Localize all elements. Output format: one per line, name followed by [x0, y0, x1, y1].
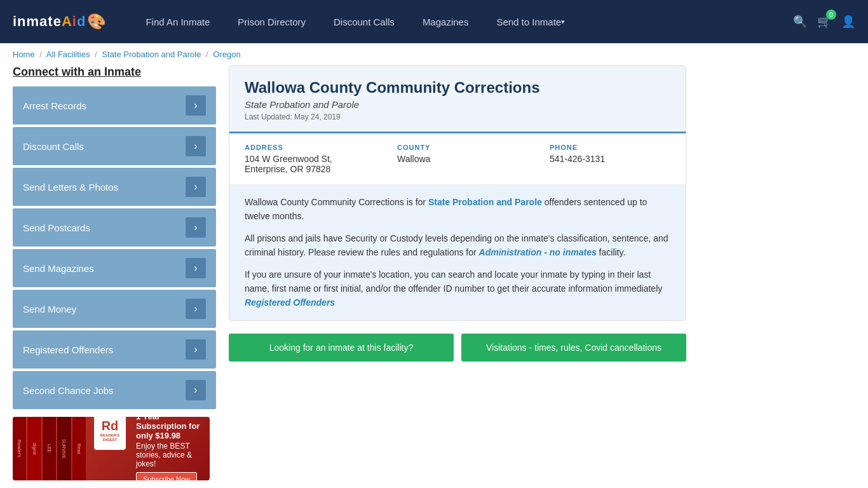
desc-para-1: Wallowa County Community Corrections is …: [245, 195, 670, 224]
action-buttons: Looking for an inmate at this facility? …: [229, 321, 686, 362]
sidebar-item-arrest-records[interactable]: Arrest Records ›: [13, 86, 216, 125]
site-header: inmateAid 🎨 Find An Inmate Prison Direct…: [0, 0, 868, 43]
registered-offenders-link[interactable]: Registered Offenders: [245, 297, 335, 308]
breadcrumb-home[interactable]: Home: [13, 50, 35, 59]
address-value: 104 W Greenwood St, Enterprise, OR 97828: [245, 154, 372, 174]
sidebar-item-label: Send Letters & Photos: [23, 182, 118, 193]
breadcrumb-sep-1: /: [39, 50, 42, 59]
logo-icon: 🎨: [87, 13, 106, 30]
sidebar-item-send-letters-photos[interactable]: Send Letters & Photos ›: [13, 168, 216, 206]
facility-header: Wallowa County Community Corrections Sta…: [229, 66, 686, 133]
county-label: COUNTY: [397, 144, 524, 151]
sidebar-item-second-chance-jobs[interactable]: Second Chance Jobs ›: [13, 371, 216, 409]
nav-magazines[interactable]: Magazines: [409, 0, 483, 43]
arrow-icon: ›: [186, 258, 206, 278]
nav-find-inmate[interactable]: Find An Inmate: [132, 0, 224, 43]
phone-col: PHONE 541-426-3131: [550, 144, 677, 174]
facility-details: ADDRESS 104 W Greenwood St, Enterprise, …: [229, 133, 686, 185]
arrow-icon: ›: [186, 177, 206, 197]
visitations-btn[interactable]: Visitations - times, rules, Covid cancel…: [461, 334, 686, 362]
logo-text: inmateAid: [13, 13, 86, 30]
header-icons: 🔍 🛒 0 👤: [793, 15, 855, 29]
sidebar-item-label: Send Postcards: [23, 222, 90, 233]
ad-text: 1 Year Subscription for only $19.98 Enjo…: [136, 417, 205, 480]
nav-send-to-inmate[interactable]: Send to Inmate: [482, 0, 579, 43]
cart-icon[interactable]: 🛒 0: [817, 15, 831, 29]
main-layout: Connect with an Inmate Arrest Records › …: [0, 65, 699, 488]
arrow-icon: ›: [186, 217, 206, 238]
facility-card: Wallowa County Community Corrections Sta…: [229, 65, 686, 321]
facility-type: State Probation and Parole: [245, 99, 670, 110]
sidebar-item-label: Registered Offenders: [23, 344, 113, 355]
sidebar-item-label: Discount Calls: [23, 141, 84, 152]
ad-logo: Rd READER'S DIGEST: [94, 417, 126, 450]
sidebar-item-label: Second Chance Jobs: [23, 385, 114, 396]
sidebar-item-label: Arrest Records: [23, 100, 86, 111]
search-icon[interactable]: 🔍: [793, 15, 807, 29]
sidebar-item-send-magazines[interactable]: Send Magazines ›: [13, 249, 216, 287]
breadcrumb-oregon[interactable]: Oregon: [213, 50, 240, 59]
cart-badge: 0: [826, 10, 836, 20]
county-col: COUNTY Wallowa: [397, 144, 524, 174]
ad-logo-sub: READER'S DIGEST: [94, 433, 126, 442]
state-probation-link[interactable]: State Probation and Parole: [428, 197, 542, 207]
sidebar-item-send-postcards[interactable]: Send Postcards ›: [13, 208, 216, 247]
ad-logo-abbr: Rd: [102, 419, 119, 433]
ad-tagline: Enjoy the BEST stories, advice & jokes!: [136, 442, 205, 468]
ad-banner[interactable]: Reader's digest LEE SURVIVE Read Rd READ…: [13, 417, 210, 480]
ad-subscribe-btn[interactable]: Subscribe Now: [136, 472, 197, 481]
main-nav: Find An Inmate Prison Directory Discount…: [132, 0, 793, 43]
nav-prison-directory[interactable]: Prison Directory: [224, 0, 320, 43]
address-col: ADDRESS 104 W Greenwood St, Enterprise, …: [245, 144, 372, 174]
user-icon[interactable]: 👤: [841, 15, 855, 29]
phone-value: 541-426-3131: [550, 154, 677, 164]
breadcrumb-sep-3: /: [206, 50, 208, 59]
desc-para-2: All prisons and jails have Security or C…: [245, 231, 670, 260]
phone-label: PHONE: [550, 144, 677, 151]
administration-link[interactable]: Administration - no inmates: [479, 247, 597, 257]
facility-name: Wallowa County Community Corrections: [245, 79, 670, 97]
address-label: ADDRESS: [245, 144, 372, 151]
nav-discount-calls[interactable]: Discount Calls: [320, 0, 409, 43]
breadcrumb: Home / All Facilities / State Probation …: [0, 43, 868, 65]
sidebar-item-discount-calls[interactable]: Discount Calls ›: [13, 127, 216, 165]
sidebar-item-registered-offenders[interactable]: Registered Offenders ›: [13, 330, 216, 369]
arrow-icon: ›: [186, 380, 206, 400]
breadcrumb-state-probation[interactable]: State Probation and Parole: [102, 50, 201, 59]
content-area: Wallowa County Community Corrections Sta…: [229, 65, 686, 480]
sidebar-title: Connect with an Inmate: [13, 65, 216, 79]
breadcrumb-sep-2: /: [95, 50, 97, 59]
ad-headline: 1 Year Subscription for only $19.98: [136, 417, 205, 440]
logo[interactable]: inmateAid 🎨: [13, 13, 106, 30]
breadcrumb-all-facilities[interactable]: All Facilities: [46, 50, 90, 59]
sidebar-item-send-money[interactable]: Send Money ›: [13, 290, 216, 328]
county-value: Wallowa: [397, 154, 524, 164]
find-inmate-btn[interactable]: Looking for an inmate at this facility?: [229, 334, 454, 362]
arrow-icon: ›: [186, 299, 206, 319]
arrow-icon: ›: [186, 95, 206, 116]
sidebar: Connect with an Inmate Arrest Records › …: [13, 65, 216, 480]
sidebar-item-label: Send Magazines: [23, 263, 94, 274]
facility-description: Wallowa County Community Corrections is …: [229, 185, 686, 320]
arrow-icon: ›: [186, 339, 206, 360]
sidebar-item-label: Send Money: [23, 304, 76, 315]
arrow-icon: ›: [186, 136, 206, 156]
desc-para-3: If you are unsure of your inmate's locat…: [245, 268, 670, 310]
facility-last-updated: Last Updated: May 24, 2019: [245, 112, 670, 121]
